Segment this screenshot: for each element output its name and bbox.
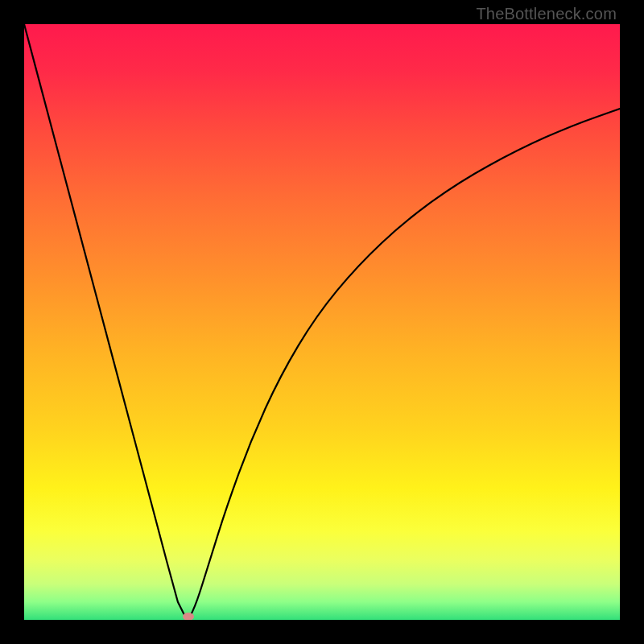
bottleneck-marker (183, 613, 194, 620)
chart-frame: TheBottleneck.com (0, 0, 644, 644)
curve (24, 24, 620, 620)
plot-area (24, 24, 620, 620)
watermark-text: TheBottleneck.com (476, 5, 617, 23)
